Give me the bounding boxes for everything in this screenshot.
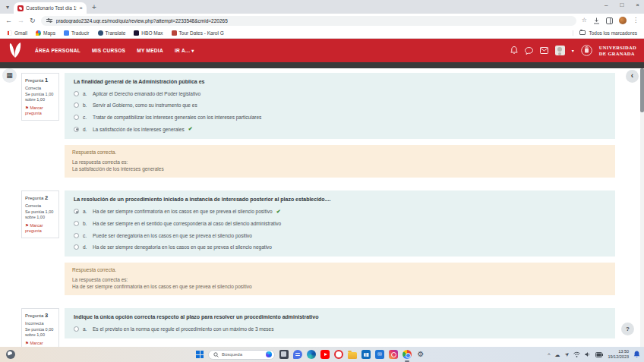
radio-unchecked-icon[interactable] xyxy=(74,244,79,250)
answer-option[interactable]: d.Ha de ser siempre denegatoria en los c… xyxy=(74,244,606,250)
course-index-toggle-button[interactable]: ▦ xyxy=(2,68,17,83)
bookmark-label: Gmail xyxy=(14,30,27,36)
notification-bell-icon[interactable] xyxy=(633,351,640,358)
radio-unchecked-icon[interactable] xyxy=(74,326,79,332)
back-button[interactable]: ← xyxy=(5,17,12,24)
scrollbar-thumb[interactable] xyxy=(640,68,644,112)
bookmark-star-icon[interactable]: ☆ xyxy=(582,17,587,24)
microsoft-store-icon[interactable] xyxy=(361,350,371,359)
correct-check-icon: ✔ xyxy=(276,209,281,215)
taskbar-clock[interactable]: 13:50 19/12/2023 xyxy=(608,349,629,360)
answer-option[interactable]: a.Es el previsto en la norma que regule … xyxy=(74,326,606,332)
youtube-icon[interactable] xyxy=(320,350,330,359)
bookmark-traducir[interactable]: Traducir xyxy=(64,30,90,36)
question-grade-2: sobre 1,00 xyxy=(25,215,45,219)
browser-tab-active[interactable]: Cuestionario Test día 19 de dic... × xyxy=(14,2,87,14)
battery-icon[interactable] xyxy=(595,352,603,357)
nav-mis-cursos[interactable]: MIS CURSOS xyxy=(92,48,125,53)
answer-option[interactable]: b.Ha de ser siempre en el sentido que co… xyxy=(74,221,606,226)
bookmark-translate[interactable]: Translate xyxy=(98,30,126,36)
radio-unchecked-icon[interactable] xyxy=(74,221,79,226)
onedrive-cloud-icon[interactable]: ☁ xyxy=(555,352,560,357)
instagram-icon[interactable] xyxy=(389,350,398,359)
answer-option-selected[interactable]: d.La satisfacción de los intereses gener… xyxy=(74,126,606,132)
all-bookmarks-button[interactable]: Todos los marcadores xyxy=(573,30,637,36)
url-text[interactable]: pradogrado2324.ugr.es/mod/quiz/review.ph… xyxy=(56,18,228,24)
question-1-content: La finalidad general de la Administració… xyxy=(65,73,615,139)
radio-unchecked-icon[interactable] xyxy=(74,115,79,120)
radio-unchecked-icon[interactable] xyxy=(74,102,79,108)
window-minimize-button[interactable]: – xyxy=(605,2,608,8)
answer-option[interactable]: c.Tratar de compatibilizar los intereses… xyxy=(74,115,606,120)
tab-strip: ▾ Cuestionario Test día 19 de dic... × +… xyxy=(0,0,644,14)
volume-icon[interactable] xyxy=(585,351,591,357)
nav-area-personal[interactable]: ÁREA PERSONAL xyxy=(35,48,80,53)
prado-logo-icon[interactable] xyxy=(8,42,23,59)
question-label: Pregunta xyxy=(25,313,43,318)
taskbar-search-box[interactable]: Búsqueda xyxy=(208,350,275,360)
forward-button[interactable]: → xyxy=(17,17,24,24)
reload-button[interactable]: ↻ xyxy=(30,17,36,24)
nav-my-media[interactable]: MY MEDIA xyxy=(137,48,163,53)
flag-question-link[interactable]: ⚑ Marcar pregunta xyxy=(25,341,55,347)
bing-icon[interactable] xyxy=(266,351,272,357)
address-bar[interactable]: pradogrado2324.ugr.es/mod/quiz/review.ph… xyxy=(41,16,576,26)
mail-app-icon[interactable]: ✉ xyxy=(375,350,384,359)
teams-chat-icon[interactable] xyxy=(293,350,302,359)
radio-checked-icon[interactable] xyxy=(74,127,79,132)
radio-checked-icon[interactable] xyxy=(74,209,79,214)
bookmark-gmail[interactable]: Gmail xyxy=(7,30,27,36)
tray-chevron-up-icon[interactable]: ^ xyxy=(548,352,550,357)
user-avatar[interactable] xyxy=(555,46,565,55)
new-tab-button[interactable]: + xyxy=(92,4,96,11)
help-button[interactable]: ? xyxy=(621,323,634,335)
all-bookmarks-label: Todos los marcadores xyxy=(589,30,637,36)
settings-icon[interactable]: ⚙ xyxy=(416,350,425,359)
tab-close-icon[interactable]: × xyxy=(79,5,83,11)
radio-unchecked-icon[interactable] xyxy=(74,233,79,238)
download-icon[interactable] xyxy=(593,17,600,24)
translate-icon xyxy=(64,30,69,36)
mail-icon[interactable] xyxy=(540,47,548,54)
question-grade-2: sobre 1,00 xyxy=(25,97,45,102)
window-maximize-button[interactable]: □ xyxy=(620,2,623,8)
answer-option[interactable]: a.Aplicar el Derecho emanado del Poder l… xyxy=(74,91,606,96)
start-button[interactable] xyxy=(196,351,204,358)
page-scrollbar[interactable] xyxy=(640,68,644,347)
chrome-icon[interactable] xyxy=(402,350,412,359)
flag-question-link[interactable]: ⚑ Marcar pregunta xyxy=(25,105,55,116)
site-info-icon[interactable] xyxy=(46,17,52,24)
flag-icon: ⚑ xyxy=(25,341,29,345)
window-close-button[interactable]: × xyxy=(636,2,639,8)
side-panel-icon[interactable] xyxy=(606,17,613,24)
tab-search-caret-icon[interactable]: ▾ xyxy=(6,4,9,11)
user-menu-caret-icon[interactable]: ▾ xyxy=(572,48,574,53)
block-drawer-toggle-button[interactable]: ‹ xyxy=(626,70,639,83)
bookmark-hbo-max[interactable]: HBO Max xyxy=(134,30,163,36)
opera-icon[interactable] xyxy=(334,350,343,359)
edge-icon[interactable] xyxy=(307,350,316,359)
answer-option[interactable]: b.Servir al Gobierno, como su instrument… xyxy=(74,102,606,108)
feedback-state: Respuesta correcta. xyxy=(72,267,608,272)
widgets-weather-icon[interactable] xyxy=(6,350,15,359)
option-letter: d. xyxy=(83,244,89,250)
messages-icon[interactable] xyxy=(525,47,533,55)
option-letter: d. xyxy=(83,127,89,132)
wifi-icon[interactable] xyxy=(573,351,580,357)
tour-dates-icon xyxy=(172,30,177,36)
nav-ir-a[interactable]: IR A... ▾ xyxy=(175,48,194,53)
bookmark-maps[interactable]: Maps xyxy=(36,30,55,36)
file-explorer-icon[interactable] xyxy=(348,352,357,359)
task-view-icon[interactable] xyxy=(279,350,289,359)
flag-question-link[interactable]: ⚑ Marcar pregunta xyxy=(25,223,55,234)
radio-unchecked-icon[interactable] xyxy=(74,91,79,96)
answer-option-selected[interactable]: a.Ha de ser siempre confirmatoria en los… xyxy=(74,209,606,215)
option-text: La satisfacción de los intereses general… xyxy=(93,127,185,132)
notifications-bell-icon[interactable] xyxy=(510,46,518,55)
quick-share-icon[interactable]: ➤ xyxy=(564,351,571,358)
answer-option[interactable]: c.Puede ser denegatoria en los casos en … xyxy=(74,233,606,238)
profile-avatar[interactable] xyxy=(619,17,627,24)
clock-date: 19/12/2023 xyxy=(608,354,629,360)
browser-menu-icon[interactable]: ⋮ xyxy=(633,17,639,24)
bookmark-tour-dates[interactable]: Tour Dates - Karol G xyxy=(172,30,224,36)
